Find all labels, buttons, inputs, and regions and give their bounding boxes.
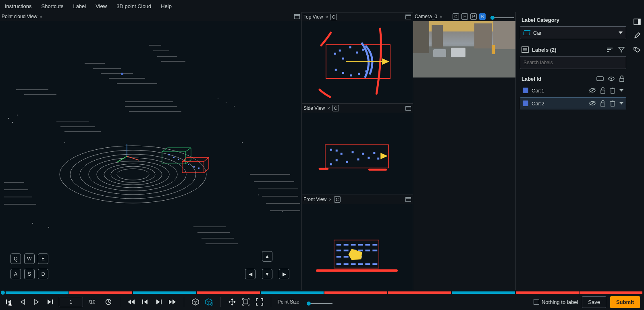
front-view-canvas[interactable] <box>302 204 413 290</box>
top-view-label[interactable]: Top View <box>303 14 323 20</box>
cube-icon[interactable] <box>191 297 200 307</box>
label-row-car-1[interactable]: Car:1 <box>520 84 626 96</box>
nothing-to-label-text: Nothing to label <box>542 299 578 305</box>
bbox-header-icon[interactable] <box>596 76 604 82</box>
menu-label[interactable]: Label <box>73 3 86 9</box>
fullscreen-icon[interactable] <box>255 297 264 307</box>
arrow-down-button[interactable]: ▼ <box>262 269 272 279</box>
move-icon[interactable] <box>227 297 237 307</box>
camera-image[interactable] <box>413 21 515 78</box>
keycap-c[interactable]: C <box>330 14 337 20</box>
close-icon[interactable]: × <box>329 197 331 202</box>
side-view-canvas[interactable] <box>302 113 413 195</box>
category-select[interactable]: Car <box>520 26 626 39</box>
tag-icon[interactable] <box>633 45 641 53</box>
search-labels-input[interactable] <box>520 56 626 69</box>
play-icon[interactable] <box>31 297 41 307</box>
menu-view[interactable]: View <box>96 3 107 9</box>
chevron-down-icon[interactable] <box>619 102 623 105</box>
key-d[interactable]: D <box>38 269 48 279</box>
lock-header-icon[interactable] <box>619 75 625 82</box>
nothing-to-label-checkbox[interactable]: Nothing to label <box>534 299 578 305</box>
keycap-c[interactable]: C <box>334 196 341 203</box>
svg-line-57 <box>185 148 191 152</box>
svg-point-0 <box>117 169 149 180</box>
main-area: Point cloud View × <box>0 12 644 290</box>
point-cloud-view[interactable]: Q W E A S D ▲ ◀ ▼ ▶ <box>0 21 301 290</box>
label-row-car-2[interactable]: Car:2 <box>520 97 626 109</box>
point-cloud-tab-label[interactable]: Point cloud View <box>2 14 37 19</box>
eye-off-icon[interactable] <box>589 88 596 93</box>
camera-tab-label[interactable]: Camera_0 <box>415 14 437 19</box>
svg-rect-51 <box>121 73 123 75</box>
fit-screen-icon[interactable] <box>241 297 251 307</box>
camera-opacity-slider[interactable] <box>490 14 514 19</box>
point-size-slider[interactable] <box>307 299 332 305</box>
keycap-p[interactable]: P <box>470 13 477 20</box>
close-icon[interactable]: × <box>440 14 442 19</box>
key-q[interactable]: Q <box>10 253 21 264</box>
sort-icon[interactable] <box>606 47 613 52</box>
menu-3d-point-cloud[interactable]: 3D point Cloud <box>116 3 151 9</box>
svg-rect-97 <box>368 157 370 159</box>
panel-toggle-icon[interactable] <box>633 18 641 26</box>
front-view-label[interactable]: Front View <box>303 197 326 202</box>
keycap-f[interactable]: F <box>461 13 468 20</box>
menu-shortcuts[interactable]: Shortcuts <box>41 3 63 9</box>
close-icon[interactable]: × <box>327 106 330 111</box>
label-id-header: Label Id <box>521 76 541 82</box>
trash-icon[interactable] <box>610 87 615 94</box>
chevron-down-icon <box>619 31 623 34</box>
frame-number-input[interactable] <box>59 297 83 307</box>
filter-icon[interactable] <box>618 46 625 53</box>
svg-rect-82 <box>350 74 352 76</box>
submit-button[interactable]: Submit <box>610 296 640 308</box>
svg-rect-148 <box>142 300 143 304</box>
step-back-icon[interactable] <box>140 297 150 307</box>
arrow-left-button[interactable]: ◀ <box>245 269 256 279</box>
maximize-icon[interactable] <box>405 197 411 202</box>
svg-rect-121 <box>620 78 624 82</box>
arrow-right-button[interactable]: ▶ <box>279 269 289 279</box>
trash-icon[interactable] <box>610 100 615 107</box>
keycap-c[interactable]: C <box>332 105 339 111</box>
label-sidebar: Label Category Car Labels (2) Label Id <box>516 12 630 290</box>
save-button[interactable]: Save <box>582 296 606 308</box>
step-forward-icon[interactable] <box>154 297 164 307</box>
maximize-icon[interactable] <box>405 106 411 111</box>
svg-rect-165 <box>244 300 248 304</box>
close-icon[interactable]: × <box>325 15 328 19</box>
eye-header-icon[interactable] <box>608 76 615 82</box>
cube-add-icon[interactable] <box>204 297 214 307</box>
rewind-fast-icon[interactable] <box>127 297 136 307</box>
svg-point-4 <box>89 158 177 191</box>
lock-open-icon[interactable] <box>600 87 606 94</box>
maximize-icon[interactable] <box>294 14 300 19</box>
key-a[interactable]: A <box>10 269 21 279</box>
eye-off-icon[interactable] <box>589 101 596 106</box>
lock-open-icon[interactable] <box>600 100 606 107</box>
menu-instructions[interactable]: Instructions <box>5 3 31 9</box>
close-icon[interactable]: × <box>40 14 42 19</box>
timeline[interactable] <box>0 291 644 294</box>
top-view-canvas[interactable] <box>302 21 413 103</box>
side-view-label[interactable]: Side View <box>303 105 325 111</box>
key-w[interactable]: W <box>24 253 35 264</box>
prev-frame-icon[interactable] <box>18 297 27 307</box>
checkbox-icon <box>534 299 539 305</box>
keycap-b[interactable]: B <box>479 13 486 20</box>
arrow-up-button[interactable]: ▲ <box>262 251 272 262</box>
svg-rect-8 <box>8 118 9 119</box>
edit-icon[interactable] <box>633 31 641 40</box>
point-cloud-canvas[interactable] <box>0 21 301 287</box>
history-icon[interactable] <box>104 297 113 307</box>
key-s[interactable]: S <box>24 269 35 279</box>
key-e[interactable]: E <box>38 253 48 264</box>
forward-fast-icon[interactable] <box>168 297 177 307</box>
chevron-down-icon[interactable] <box>619 89 623 92</box>
keycap-c[interactable]: C <box>453 13 459 20</box>
menu-help[interactable]: Help <box>161 3 172 9</box>
next-frame-icon[interactable] <box>45 297 55 307</box>
maximize-icon[interactable] <box>405 15 411 19</box>
svg-rect-9 <box>12 122 13 123</box>
